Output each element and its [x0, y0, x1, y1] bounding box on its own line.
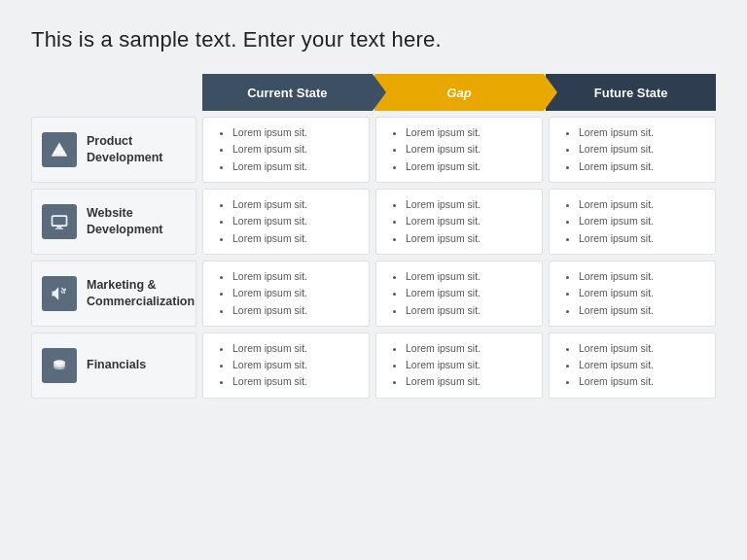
list-item: Lorem ipsum sit. — [406, 285, 532, 301]
row-label-text-marketing: Marketing &Commercialization — [87, 277, 195, 310]
svg-rect-5 — [57, 227, 62, 228]
cell-financials-future: Lorem ipsum sit.Lorem ipsum sit.Lorem ip… — [549, 332, 716, 399]
list-item: Lorem ipsum sit. — [232, 340, 359, 357]
svg-rect-4 — [53, 217, 65, 225]
list-item: Lorem ipsum sit. — [232, 357, 359, 373]
header-gap: Gap — [374, 74, 545, 111]
cell-financials-current: Lorem ipsum sit.Lorem ipsum sit.Lorem ip… — [202, 332, 370, 399]
data-row-website-development: WebsiteDevelopmentLorem ipsum sit.Lorem … — [31, 189, 716, 255]
data-cells-marketing: Lorem ipsum sit.Lorem ipsum sit.Lorem ip… — [202, 261, 716, 327]
list-item: Lorem ipsum sit. — [406, 213, 532, 229]
data-row-product-development: ProductDevelopmentLorem ipsum sit.Lorem … — [31, 117, 716, 183]
list-item: Lorem ipsum sit. — [406, 230, 532, 247]
header-future: Future State — [546, 74, 716, 111]
monitor-icon — [42, 204, 77, 239]
list-item: Lorem ipsum sit. — [579, 302, 705, 319]
cell-website-development-future: Lorem ipsum sit.Lorem ipsum sit.Lorem ip… — [549, 189, 716, 255]
content-area: Current State Gap Future State ProductDe… — [31, 74, 716, 541]
list-item: Lorem ipsum sit. — [232, 213, 359, 229]
row-label-marketing: Marketing &Commercialization — [31, 261, 196, 327]
list-item: Lorem ipsum sit. — [232, 141, 359, 158]
list-item: Lorem ipsum sit. — [406, 340, 532, 357]
cell-product-development-gap: Lorem ipsum sit.Lorem ipsum sit.Lorem ip… — [375, 117, 543, 183]
list-item: Lorem ipsum sit. — [579, 213, 705, 229]
coins-icon — [42, 348, 77, 383]
list-item: Lorem ipsum sit. — [579, 141, 705, 158]
svg-rect-1 — [53, 152, 65, 154]
list-item: Lorem ipsum sit. — [232, 230, 359, 247]
slide-title: This is a sample text. Enter your text h… — [31, 27, 716, 52]
row-label-financials: Financials — [31, 332, 196, 399]
list-item: Lorem ipsum sit. — [406, 302, 532, 319]
cell-product-development-future: Lorem ipsum sit.Lorem ipsum sit.Lorem ip… — [549, 117, 716, 183]
list-item: Lorem ipsum sit. — [406, 373, 532, 390]
cell-website-development-current: Lorem ipsum sit.Lorem ipsum sit.Lorem ip… — [202, 189, 370, 255]
list-item: Lorem ipsum sit. — [579, 230, 705, 247]
row-label-text-financials: Financials — [87, 357, 146, 373]
list-item: Lorem ipsum sit. — [232, 302, 359, 319]
list-item: Lorem ipsum sit. — [579, 196, 705, 213]
list-item: Lorem ipsum sit. — [232, 124, 359, 141]
svg-rect-2 — [56, 148, 63, 150]
cell-website-development-gap: Lorem ipsum sit.Lorem ipsum sit.Lorem ip… — [375, 189, 543, 255]
cell-product-development-current: Lorem ipsum sit.Lorem ipsum sit.Lorem ip… — [202, 117, 370, 183]
list-item: Lorem ipsum sit. — [579, 357, 705, 373]
megaphone-icon — [42, 276, 77, 311]
svg-point-7 — [64, 288, 67, 291]
data-cells-website-development: Lorem ipsum sit.Lorem ipsum sit.Lorem ip… — [202, 189, 716, 255]
cell-financials-gap: Lorem ipsum sit.Lorem ipsum sit.Lorem ip… — [375, 332, 543, 399]
list-item: Lorem ipsum sit. — [232, 196, 359, 213]
list-item: Lorem ipsum sit. — [579, 268, 705, 285]
slide: This is a sample text. Enter your text h… — [0, 0, 747, 560]
data-row-marketing: Marketing &CommercializationLorem ipsum … — [31, 261, 716, 327]
list-item: Lorem ipsum sit. — [232, 373, 359, 390]
list-item: Lorem ipsum sit. — [232, 158, 359, 175]
data-rows: ProductDevelopmentLorem ipsum sit.Lorem … — [31, 117, 716, 541]
cell-marketing-future: Lorem ipsum sit.Lorem ipsum sit.Lorem ip… — [549, 261, 716, 327]
list-item: Lorem ipsum sit. — [406, 124, 532, 141]
list-item: Lorem ipsum sit. — [579, 285, 705, 301]
list-item: Lorem ipsum sit. — [232, 268, 359, 285]
list-item: Lorem ipsum sit. — [232, 285, 359, 301]
row-label-website-development: WebsiteDevelopment — [31, 189, 196, 255]
list-item: Lorem ipsum sit. — [579, 158, 705, 175]
cell-marketing-current: Lorem ipsum sit.Lorem ipsum sit.Lorem ip… — [202, 261, 370, 327]
list-item: Lorem ipsum sit. — [579, 373, 705, 390]
list-item: Lorem ipsum sit. — [579, 340, 705, 357]
row-label-product-development: ProductDevelopment — [31, 117, 196, 183]
row-label-text-website-development: WebsiteDevelopment — [87, 205, 163, 238]
cell-marketing-gap: Lorem ipsum sit.Lorem ipsum sit.Lorem ip… — [375, 261, 543, 327]
data-cells-financials: Lorem ipsum sit.Lorem ipsum sit.Lorem ip… — [202, 332, 716, 399]
list-item: Lorem ipsum sit. — [406, 268, 532, 285]
pyramid-icon — [42, 132, 77, 167]
data-cells-product-development: Lorem ipsum sit.Lorem ipsum sit.Lorem ip… — [202, 117, 716, 183]
svg-rect-6 — [55, 228, 63, 229]
list-item: Lorem ipsum sit. — [579, 124, 705, 141]
list-item: Lorem ipsum sit. — [406, 158, 532, 175]
data-row-financials: FinancialsLorem ipsum sit.Lorem ipsum si… — [31, 332, 716, 399]
list-item: Lorem ipsum sit. — [406, 357, 532, 373]
list-item: Lorem ipsum sit. — [406, 141, 532, 158]
header-current: Current State — [202, 74, 373, 111]
list-item: Lorem ipsum sit. — [406, 196, 532, 213]
row-label-text-product-development: ProductDevelopment — [87, 133, 163, 166]
header-row: Current State Gap Future State — [202, 74, 716, 111]
